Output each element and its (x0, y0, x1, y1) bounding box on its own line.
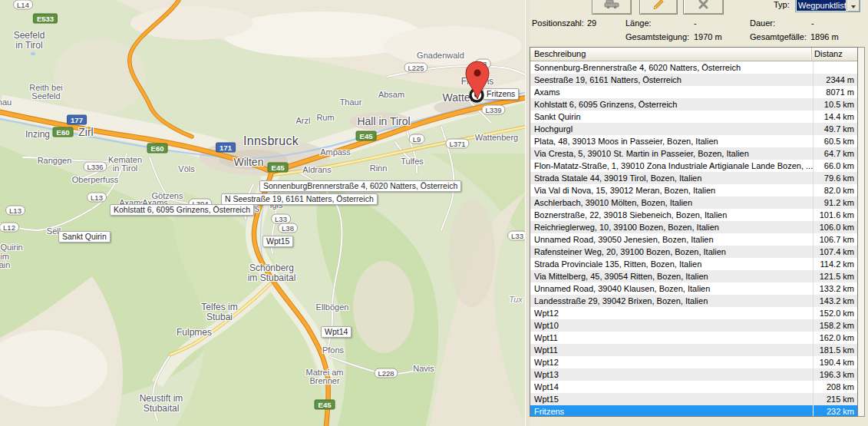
table-row[interactable]: Via Mittelberg, 45, 39054 Ritten, Bozen,… (530, 270, 857, 282)
cell-beschreibung: Fritzens (530, 405, 813, 417)
cell-beschreibung: Flon-Matatz-Straße, 1, 39010 Zona Indust… (530, 160, 813, 172)
vertical-scrollbar[interactable] (858, 47, 865, 417)
cell-beschreibung: Unnamed Road, 39040 Klausen, Bozen, Ital… (530, 282, 813, 295)
cell-beschreibung: Axams (530, 86, 813, 98)
column-header-beschreibung[interactable]: Beschreibung (530, 48, 811, 61)
map-canvas[interactable]: Seefeld in TirolReith bei SeefeldnauInzi… (0, 0, 526, 426)
waypoint-table-body: Sonnenburg-Brennerstraße 4, 6020 Natters… (530, 61, 857, 417)
map-town-label: Wilten (234, 157, 264, 167)
cell-distanz: 66.0 km (813, 160, 857, 172)
cell-distanz: 232 km (813, 405, 857, 417)
table-row[interactable]: Plata, 48, 39013 Moos in Passeier, Bozen… (530, 135, 857, 147)
cell-beschreibung: Aschlerbach, 39010 Mölten, Bozen, Italie… (530, 196, 813, 209)
road-badge-l33: L33 (507, 231, 526, 241)
cell-beschreibung: Landesstraße 29, 39042 Brixen, Bozen, It… (530, 295, 813, 307)
table-row[interactable]: Wpt14208 km (530, 381, 857, 393)
map-tooltip: Fritzens (483, 88, 519, 100)
dauer-value: - (811, 18, 814, 28)
cell-beschreibung: Hochgurgl (530, 123, 813, 135)
cell-beschreibung: Wpt14 (530, 381, 813, 393)
cell-beschreibung: Strada Provinciale 135, Ritten, Bozen, I… (530, 258, 813, 270)
road-badge-171: 171 (216, 143, 236, 153)
map-tooltip: Wpt15 (262, 236, 293, 247)
table-row[interactable]: Kohlstatt 6, 6095 Grinzens, Österreich10… (530, 98, 857, 111)
table-row[interactable]: Boznerstraße, 22, 39018 Siebeneich, Boze… (530, 209, 857, 221)
table-row[interactable]: Axams8071 m (530, 86, 857, 98)
cell-distanz: 60.5 km (813, 135, 857, 147)
table-row[interactable]: Via Val di Nova, 15, 39012 Meran, Bozen,… (530, 184, 857, 196)
table-row[interactable]: Seestraße 19, 6161 Natters, Österreich23… (530, 74, 857, 86)
cell-distanz: 190.4 km (813, 356, 857, 368)
cell-beschreibung: Unnamed Road, 39050 Jenesien, Bozen, Ita… (530, 233, 813, 246)
cell-distanz: 143.2 km (813, 295, 857, 307)
map-town-label: Wattenberg (475, 134, 518, 142)
map-town-label: Reith bei Seefeld (29, 84, 62, 101)
map-town-label: nau (0, 98, 12, 107)
table-row[interactable]: Strada Statale 44, 39019 Tirol, Bozen, I… (530, 172, 857, 184)
map-town-label: Gnadenwald (417, 51, 464, 60)
cell-beschreibung: Plata, 48, 39013 Moos in Passeier, Bozen… (530, 135, 813, 147)
table-row[interactable]: Flon-Matatz-Straße, 1, 39010 Zona Indust… (530, 160, 857, 172)
map-town-label: Telfes im Stubai (201, 302, 237, 322)
delete-button[interactable] (683, 0, 724, 15)
cell-beschreibung: Sankt Quirin (530, 111, 813, 123)
cell-beschreibung: Wpt12 (530, 356, 813, 368)
gesamtsteigung-label: Gesamtsteigung: (625, 32, 689, 41)
table-row[interactable]: Reichrieglerweg, 10, 39100 Bozen, Bozen,… (530, 221, 857, 233)
waypoint-panel: Typ: Wegpunktliste Positionszahl: 29 Län… (526, 0, 868, 426)
table-row[interactable]: Via Cresta, 5, 39010 St. Martin in Passe… (530, 147, 857, 160)
dropdown-arrow-button[interactable] (847, 0, 860, 12)
cell-distanz: 162.0 km (813, 332, 857, 344)
table-row[interactable]: Wpt11162.0 km (530, 332, 857, 344)
cell-distanz: 64.7 km (813, 147, 857, 160)
road-badge-l13: L13 (5, 206, 25, 216)
table-row[interactable]: Wpt10158.2 km (530, 319, 857, 332)
map-tooltip: N Seestraße 19, 6161 Natters, Österreich (221, 193, 378, 205)
table-row[interactable]: Landesstraße 29, 39042 Brixen, Bozen, It… (530, 295, 857, 307)
map-town-label: t Quirin (0, 243, 23, 252)
table-row[interactable]: Wpt13196.3 km (530, 368, 857, 381)
map-town-label: Thaur (340, 98, 362, 107)
table-row[interactable]: Rafensteiner Weg, 20, 39100 Bozen, Bozen… (530, 246, 857, 258)
column-header-distanz[interactable]: Distanz (811, 48, 857, 61)
map-town-label: Oberperfuss (72, 176, 119, 184)
road-badge-l371: L371 (445, 139, 469, 149)
map-town-label: Rum (316, 114, 334, 122)
table-row[interactable]: Strada Provinciale 135, Ritten, Bozen, I… (530, 258, 857, 270)
road-badge-e60: E60 (53, 127, 74, 137)
table-row[interactable]: Fritzens232 km (530, 405, 857, 417)
edit-button[interactable] (639, 0, 678, 15)
table-row[interactable]: Wpt11181.5 km (530, 344, 857, 356)
cell-distanz: 8071 m (813, 86, 857, 98)
table-row[interactable]: Hochgurgl49.7 km (530, 123, 857, 135)
map-town-label: Inzing (25, 130, 50, 140)
map-town-label: im ain (0, 253, 10, 269)
road-badge-l9: L9 (409, 134, 425, 144)
road-badge-l12: L12 (0, 223, 19, 233)
table-row[interactable]: Unnamed Road, 39040 Klausen, Bozen, Ital… (530, 282, 857, 295)
map-town-label: Rinn (370, 164, 388, 173)
table-row[interactable]: Wpt12190.4 km (530, 356, 857, 368)
table-row[interactable]: Sonnenburg-Brennerstraße 4, 6020 Natters… (530, 61, 857, 74)
map-tooltip: Wpt14 (321, 326, 351, 338)
car-button[interactable] (592, 0, 632, 15)
app-window: Seefeld in TirolReith bei SeefeldnauInzi… (0, 0, 868, 426)
cell-distanz: 196.3 km (813, 368, 857, 381)
cell-beschreibung: Kohlstatt 6, 6095 Grinzens, Österreich (530, 98, 813, 111)
road-badge-l38: L38 (278, 223, 298, 233)
typ-dropdown[interactable]: Wegpunktliste (795, 0, 860, 12)
table-row[interactable]: Wpt15215 km (530, 393, 857, 405)
cell-beschreibung: Wpt10 (530, 319, 813, 332)
table-row[interactable]: Sankt Quirin14.4 km (530, 111, 857, 123)
road-badge-e45: E45 (356, 131, 377, 141)
map-town-label: Fulpmes (177, 328, 212, 338)
table-row[interactable]: Unnamed Road, 39050 Jenesien, Bozen, Ita… (530, 233, 857, 246)
cell-distanz: 49.7 km (813, 123, 857, 135)
cell-beschreibung: Seestraße 19, 6161 Natters, Österreich (530, 74, 813, 86)
laenge-value: - (694, 18, 697, 28)
table-row[interactable]: Aschlerbach, 39010 Mölten, Bozen, Italie… (530, 196, 857, 209)
cell-beschreibung: Boznerstraße, 22, 39018 Siebeneich, Boze… (530, 209, 813, 221)
road-badge-33: 33 (475, 59, 491, 69)
map-town-label: Ranggen (38, 157, 72, 165)
table-row[interactable]: Wpt12152.0 km (530, 307, 857, 319)
